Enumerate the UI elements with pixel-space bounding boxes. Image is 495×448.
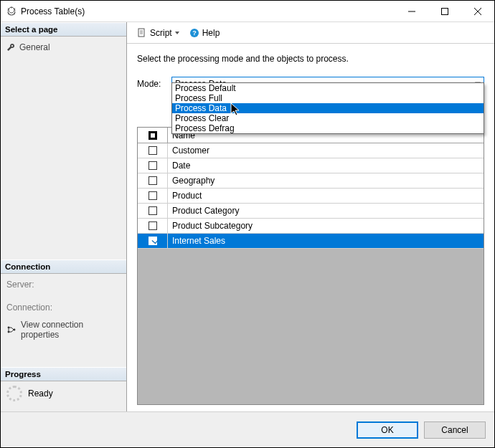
progress-status: Ready xyxy=(28,389,53,399)
mode-option[interactable]: Process Default xyxy=(172,83,484,93)
progress-spinner-icon xyxy=(6,386,22,401)
checkbox-icon xyxy=(148,237,157,245)
checkbox-icon xyxy=(148,206,157,215)
mode-label: Mode: xyxy=(137,79,167,89)
chevron-down-icon xyxy=(175,32,179,34)
row-name: Customer xyxy=(168,143,484,158)
svg-text:?: ? xyxy=(192,29,197,37)
grid-header-checkbox-cell[interactable] xyxy=(138,128,168,143)
row-checkbox-cell[interactable] xyxy=(138,219,168,233)
mode-option[interactable]: Process Defrag xyxy=(172,123,484,133)
svg-point-4 xyxy=(8,327,10,329)
dialog-footer: OK Cancel xyxy=(1,411,494,447)
page-item-general[interactable]: General xyxy=(6,41,121,54)
ok-label: OK xyxy=(381,425,393,435)
row-checkbox-cell[interactable] xyxy=(138,189,168,203)
title-bar: Process Table(s) xyxy=(1,1,494,22)
mode-dropdown-list[interactable]: Process DefaultProcess FullProcess DataP… xyxy=(171,82,484,134)
script-label: Script xyxy=(150,28,172,38)
row-name: Date xyxy=(168,158,484,173)
server-label: Server: xyxy=(6,280,121,290)
maximize-button[interactable] xyxy=(428,1,461,22)
mode-option[interactable]: Process Full xyxy=(172,93,484,103)
svg-point-5 xyxy=(8,331,10,333)
cancel-label: Cancel xyxy=(441,425,468,435)
row-checkbox-cell[interactable] xyxy=(138,173,168,188)
table-row[interactable]: Customer xyxy=(138,143,484,158)
checkbox-icon xyxy=(148,191,157,200)
instruction-text: Select the processing mode and the objec… xyxy=(137,54,484,64)
script-button[interactable]: Script xyxy=(134,27,182,39)
objects-grid: Name CustomerDateGeographyProductProduct… xyxy=(137,127,484,405)
script-icon xyxy=(137,28,147,38)
row-name: Geography xyxy=(168,173,484,188)
checkbox-icon xyxy=(148,221,157,230)
row-checkbox-cell[interactable] xyxy=(138,158,168,173)
toolbar: Script ? Help xyxy=(127,22,494,44)
app-icon xyxy=(6,6,16,16)
cancel-button[interactable]: Cancel xyxy=(424,421,486,439)
table-row[interactable]: Product xyxy=(138,189,484,204)
row-name: Internet Sales xyxy=(168,234,484,248)
row-checkbox-cell[interactable] xyxy=(138,143,168,158)
minimize-button[interactable] xyxy=(395,1,428,22)
table-row[interactable]: Product Category xyxy=(138,204,484,219)
help-button[interactable]: ? Help xyxy=(187,27,223,39)
row-checkbox-cell[interactable] xyxy=(138,234,168,248)
ok-button[interactable]: OK xyxy=(357,421,418,439)
connection-label: Connection: xyxy=(6,302,121,313)
table-row[interactable]: Internet Sales xyxy=(138,234,484,249)
right-pane: Script ? Help Select the processing mode… xyxy=(127,22,494,411)
checkbox-icon xyxy=(148,161,157,170)
row-name: Product Category xyxy=(168,204,484,218)
checkbox-icon xyxy=(148,146,157,155)
left-pane: Select a page General Connection Server:… xyxy=(1,22,127,411)
help-label: Help xyxy=(202,28,220,38)
select-page-header: Select a page xyxy=(1,22,126,37)
connection-header: Connection xyxy=(1,259,126,274)
view-connection-properties[interactable]: View connection properties xyxy=(6,320,121,340)
wrench-icon xyxy=(6,43,15,52)
svg-rect-1 xyxy=(442,8,448,14)
mode-option[interactable]: Process Clear xyxy=(172,113,484,123)
close-button[interactable] xyxy=(461,1,494,22)
row-name: Product xyxy=(168,189,484,203)
mode-option[interactable]: Process Data xyxy=(172,103,484,113)
help-icon: ? xyxy=(189,28,199,38)
connection-icon xyxy=(6,325,16,334)
window-title: Process Table(s) xyxy=(21,6,85,16)
progress-header: Progress xyxy=(1,367,126,381)
tri-state-checkbox-icon xyxy=(148,131,157,140)
row-name: Product Subcategory xyxy=(168,219,484,233)
table-row[interactable]: Date xyxy=(138,158,484,173)
page-item-label: General xyxy=(19,42,50,52)
view-connection-properties-label: View connection properties xyxy=(21,320,121,340)
checkbox-icon xyxy=(148,176,157,185)
table-row[interactable]: Geography xyxy=(138,173,484,189)
table-row[interactable]: Product Subcategory xyxy=(138,219,484,234)
row-checkbox-cell[interactable] xyxy=(138,204,168,218)
